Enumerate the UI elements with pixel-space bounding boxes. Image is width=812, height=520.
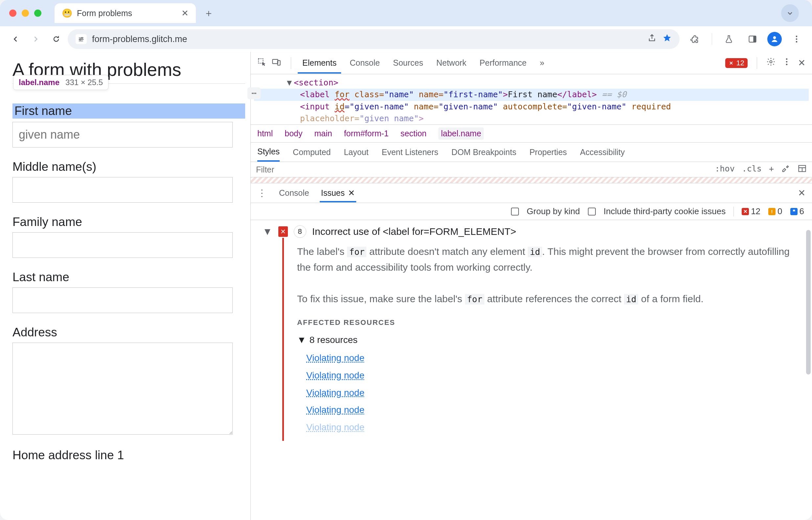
styles-tab-properties[interactable]: Properties xyxy=(529,148,567,157)
tab-elements[interactable]: Elements xyxy=(298,52,341,74)
toolbar-right-icons xyxy=(686,30,806,48)
hov-toggle[interactable]: :hov xyxy=(715,164,735,175)
address-textarea[interactable] xyxy=(12,343,233,435)
violating-node-link[interactable]: Violating node xyxy=(306,351,799,366)
last-name-input[interactable] xyxy=(12,287,233,313)
issue-header[interactable]: ▼ ✕ 8 Incorrect use of <label for=FORM_E… xyxy=(262,225,806,238)
settings-button[interactable] xyxy=(766,57,776,69)
svg-point-13 xyxy=(786,58,788,60)
issue-count-info: ❝6 xyxy=(790,206,804,216)
styles-tab-listeners[interactable]: Event Listeners xyxy=(382,148,438,157)
browser-toolbar: form-problems.glitch.me xyxy=(0,26,812,52)
resources-toggle[interactable]: ▼ 8 resources xyxy=(297,333,799,347)
crumb[interactable]: html xyxy=(257,129,273,138)
devtools-close-button[interactable]: ✕ xyxy=(798,57,806,68)
error-count: 12 xyxy=(736,59,744,67)
browser-tab[interactable]: 😬 Form problems ✕ xyxy=(54,3,196,23)
share-button[interactable] xyxy=(648,33,657,45)
svg-rect-3 xyxy=(753,36,756,42)
disclosure-triangle-icon[interactable]: ▼ xyxy=(262,226,273,237)
issue-severity-icon: ✕ xyxy=(278,226,288,237)
styles-tab-layout[interactable]: Layout xyxy=(344,148,369,157)
violating-node-link[interactable]: Violating node xyxy=(306,420,799,435)
tabstrip: 😬 Form problems ✕ ＋ xyxy=(54,3,776,23)
labs-button[interactable] xyxy=(720,30,738,48)
devtools-menu-button[interactable] xyxy=(782,57,791,69)
drawer-tab-issues[interactable]: Issues ✕ xyxy=(320,184,356,202)
profile-button[interactable] xyxy=(767,32,782,46)
dom-node[interactable]: placeholder="given name"> xyxy=(254,113,809,125)
tab-network[interactable]: Network xyxy=(432,52,471,74)
tab-performance[interactable]: Performance xyxy=(475,52,531,74)
styles-tab-accessibility[interactable]: Accessibility xyxy=(580,148,625,157)
crumb[interactable]: form#form-1 xyxy=(344,129,389,138)
tab-list-dropdown[interactable] xyxy=(781,4,799,22)
extensions-button[interactable] xyxy=(686,30,704,48)
crumb[interactable]: section xyxy=(401,129,427,138)
resources-count: 8 resources xyxy=(309,333,357,347)
inspect-element-button[interactable] xyxy=(257,57,267,69)
person-icon xyxy=(770,35,779,43)
styles-tab-styles[interactable]: Styles xyxy=(257,143,280,162)
violating-node-link[interactable]: Violating node xyxy=(306,368,799,383)
crumb[interactable]: body xyxy=(285,129,302,138)
new-rule-button[interactable]: + xyxy=(769,164,774,175)
dom-tree[interactable]: ⋯ ▼<section> <label for class="name" nam… xyxy=(251,74,812,125)
minimize-window-button[interactable] xyxy=(22,9,29,17)
crumb[interactable]: main xyxy=(314,129,332,138)
dom-node-selected[interactable]: <label for class="name" name="first-name… xyxy=(254,89,809,101)
middle-name-input[interactable] xyxy=(12,177,233,203)
new-tab-button[interactable]: ＋ xyxy=(200,4,218,22)
divider xyxy=(712,33,712,45)
tooltip-dimensions: 331 × 25.5 xyxy=(66,78,103,87)
styles-tab-computed[interactable]: Computed xyxy=(293,148,331,157)
divider xyxy=(757,57,757,69)
forward-button[interactable] xyxy=(27,30,45,48)
computed-toggle-button[interactable] xyxy=(781,164,790,175)
group-by-kind-checkbox[interactable] xyxy=(511,208,519,215)
family-name-input[interactable] xyxy=(12,232,233,258)
reload-button[interactable] xyxy=(47,30,65,48)
back-button[interactable] xyxy=(6,30,24,48)
overflow-menu-button[interactable] xyxy=(788,30,806,48)
violating-node-link[interactable]: Violating node xyxy=(306,403,799,417)
divider xyxy=(733,207,734,216)
issues-toolbar: Group by kind Include third-party cookie… xyxy=(251,203,812,220)
drawer-close-button[interactable]: ✕ xyxy=(798,187,806,199)
tab-more[interactable]: » xyxy=(535,52,549,74)
styles-tab-dom-bp[interactable]: DOM Breakpoints xyxy=(452,148,516,157)
tab-console[interactable]: Console xyxy=(345,52,384,74)
styles-filter-input[interactable] xyxy=(256,165,711,175)
error-icon: ✕ xyxy=(742,208,749,215)
address-bar[interactable]: form-problems.glitch.me xyxy=(68,29,680,49)
crumb-active[interactable]: label.name xyxy=(438,127,484,139)
scrollbar-thumb[interactable] xyxy=(806,230,811,374)
dom-node[interactable]: <input id="given-name" name="given-name"… xyxy=(254,101,809,113)
device-mode-button[interactable] xyxy=(272,57,281,69)
render-toggle-button[interactable] xyxy=(797,164,807,175)
first-name-input[interactable] xyxy=(12,122,233,148)
sidepanel-button[interactable] xyxy=(744,30,761,48)
svg-point-5 xyxy=(796,36,797,37)
dom-node[interactable]: ▼<section> xyxy=(254,77,809,89)
tab-close-button[interactable]: ✕ xyxy=(181,8,188,18)
thirdparty-checkbox[interactable] xyxy=(588,208,596,215)
violating-node-link[interactable]: Violating node xyxy=(306,386,799,400)
maximize-window-button[interactable] xyxy=(34,9,42,17)
address-label: Address xyxy=(12,326,245,339)
drawer-tab-console[interactable]: Console xyxy=(278,184,310,202)
issue-paragraph: The label's for attribute doesn't match … xyxy=(297,244,799,275)
devtools-panel: Elements Console Sources Network Perform… xyxy=(250,52,812,520)
drawer-menu[interactable]: ⋮ xyxy=(257,187,267,199)
dom-overflow-icon[interactable]: ⋯ xyxy=(248,87,260,99)
drawer-tab-close[interactable]: ✕ xyxy=(348,188,355,198)
tab-sources[interactable]: Sources xyxy=(388,52,428,74)
page-viewport: A form with problems label.name 331 × 25… xyxy=(0,52,250,520)
bookmark-button[interactable] xyxy=(662,33,672,45)
site-info-icon[interactable] xyxy=(76,34,87,44)
tab-title: Form problems xyxy=(77,8,132,18)
error-count-badge[interactable]: 12 xyxy=(725,58,747,68)
cls-toggle[interactable]: .cls xyxy=(742,164,762,175)
svg-point-15 xyxy=(786,64,788,66)
close-window-button[interactable] xyxy=(9,9,17,17)
